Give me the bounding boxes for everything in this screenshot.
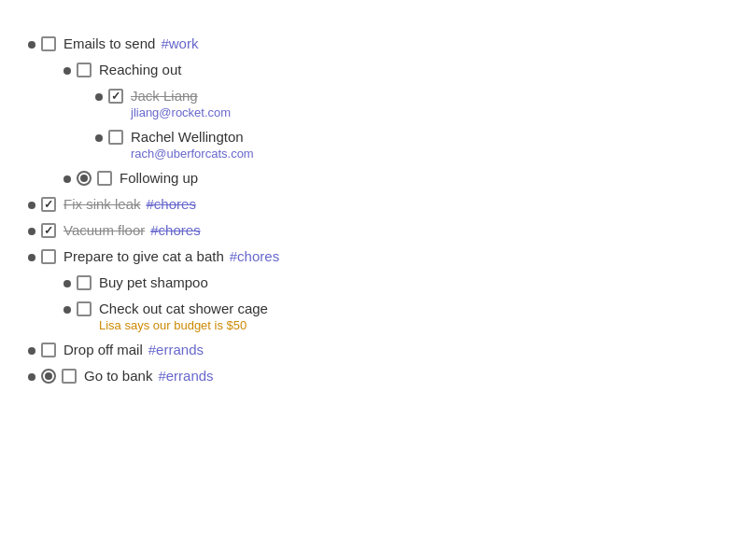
task-content: Drop off mail#errands — [63, 342, 204, 358]
bullet-dot — [95, 93, 103, 101]
checkbox[interactable] — [62, 369, 77, 384]
task-item-rachel-wellington: Rachel Wellingtonrach@uberforcats.com — [28, 129, 719, 161]
task-label: Reaching out — [99, 62, 181, 77]
radio-button[interactable] — [77, 171, 92, 186]
bullet-dot — [28, 254, 35, 261]
bullet-dot — [28, 373, 35, 381]
task-item-reaching-out: Reaching out — [28, 62, 719, 78]
task-label: Buy pet shampoo — [99, 274, 208, 290]
task-item-jack-liang: ✓Jack Liangjliang@rocket.com — [28, 88, 719, 119]
bullet-dot — [63, 175, 71, 183]
task-item-vacuum-floor: ✓Vacuum floor#chores — [28, 222, 719, 239]
task-content: Emails to send#work — [63, 35, 198, 52]
task-tag[interactable]: #errands — [158, 368, 213, 384]
task-label: Go to bank — [84, 368, 152, 384]
checkbox[interactable]: ✓ — [108, 89, 123, 104]
task-email: rach@uberforcats.com — [131, 147, 254, 161]
task-label: Vacuum floor — [63, 222, 145, 238]
checkbox[interactable]: ✓ — [41, 197, 56, 212]
task-item-following-up: Following up — [28, 170, 719, 187]
task-tag[interactable]: #chores — [230, 248, 279, 264]
task-content: Go to bank#errands — [84, 368, 214, 385]
bullet-dot — [63, 67, 71, 75]
task-label: Drop off mail — [63, 342, 143, 357]
checkbox[interactable] — [108, 130, 123, 145]
radio-button[interactable] — [41, 369, 56, 384]
task-item-emails-to-send: Emails to send#work — [28, 35, 719, 52]
task-item-fix-sink-leak: ✓Fix sink leak#chores — [28, 196, 719, 213]
task-item-cat-bath: Prepare to give cat a bath#chores — [28, 248, 719, 265]
task-list: Emails to send#workReaching out✓Jack Lia… — [28, 35, 719, 385]
task-content: Vacuum floor#chores — [63, 222, 201, 239]
checkbox[interactable] — [77, 63, 92, 77]
checkbox[interactable] — [41, 343, 56, 357]
task-content: Rachel Wellingtonrach@uberforcats.com — [131, 129, 254, 161]
bullet-dot — [28, 202, 35, 209]
task-label: Following up — [120, 170, 198, 186]
task-content: Jack Liangjliang@rocket.com — [131, 88, 231, 119]
checkbox[interactable]: ✓ — [41, 223, 56, 238]
task-email: jliang@rocket.com — [131, 105, 231, 119]
task-label: Jack Liang — [131, 88, 198, 104]
task-content: Reaching out — [99, 62, 181, 78]
checkbox[interactable] — [97, 171, 112, 186]
bullet-dot — [28, 228, 35, 235]
task-tag[interactable]: #chores — [147, 196, 196, 212]
task-item-buy-shampoo: Buy pet shampoo — [28, 274, 719, 291]
task-item-shower-cage: Check out cat shower cageLisa says our b… — [28, 301, 719, 332]
task-tag[interactable]: #work — [161, 35, 198, 51]
task-tag[interactable]: #chores — [150, 222, 200, 238]
bullet-dot — [28, 41, 35, 49]
checkbox[interactable] — [41, 36, 56, 51]
bullet-dot — [95, 134, 103, 142]
bullet-dot — [63, 306, 71, 314]
task-tag[interactable]: #errands — [148, 342, 204, 357]
task-content: Prepare to give cat a bath#chores — [63, 248, 279, 265]
checkbox[interactable] — [77, 275, 92, 290]
task-label: Rachel Wellington — [131, 129, 244, 145]
task-content: Following up — [120, 170, 198, 187]
checkbox[interactable] — [77, 301, 92, 316]
task-note: Lisa says our budget is $50 — [99, 318, 268, 332]
task-item-go-to-bank: Go to bank#errands — [28, 368, 719, 385]
bullet-dot — [63, 280, 71, 287]
task-label: Emails to send — [63, 35, 155, 51]
task-label: Check out cat shower cage — [99, 301, 268, 316]
bullet-dot — [28, 347, 35, 355]
task-content: Fix sink leak#chores — [63, 196, 196, 213]
checkbox[interactable] — [41, 249, 56, 264]
task-item-drop-off-mail: Drop off mail#errands — [28, 342, 719, 358]
task-label: Fix sink leak — [63, 196, 141, 212]
task-label: Prepare to give cat a bath — [63, 248, 224, 264]
task-content: Check out cat shower cageLisa says our b… — [99, 301, 268, 332]
task-content: Buy pet shampoo — [99, 274, 208, 291]
